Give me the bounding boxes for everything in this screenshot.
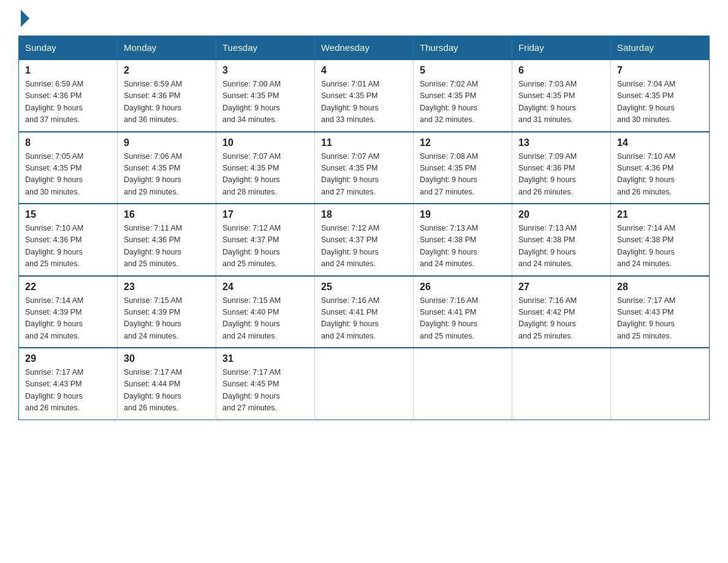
calendar-cell: 12 Sunrise: 7:08 AMSunset: 4:35 PMDaylig… bbox=[414, 132, 512, 204]
day-number: 6 bbox=[518, 65, 604, 76]
day-info: Sunrise: 7:17 AMSunset: 4:44 PMDaylight:… bbox=[124, 367, 210, 415]
day-info: Sunrise: 7:17 AMSunset: 4:43 PMDaylight:… bbox=[25, 367, 111, 415]
calendar-cell: 29 Sunrise: 7:17 AMSunset: 4:43 PMDaylig… bbox=[19, 348, 118, 419]
header-monday: Monday bbox=[118, 36, 216, 60]
calendar-cell: 16 Sunrise: 7:11 AMSunset: 4:36 PMDaylig… bbox=[118, 204, 216, 276]
day-number: 4 bbox=[321, 65, 407, 76]
calendar-week-row: 8 Sunrise: 7:05 AMSunset: 4:35 PMDayligh… bbox=[19, 132, 710, 204]
day-number: 7 bbox=[617, 65, 703, 76]
calendar-week-row: 1 Sunrise: 6:59 AMSunset: 4:36 PMDayligh… bbox=[19, 59, 710, 132]
day-info: Sunrise: 7:01 AMSunset: 4:35 PMDaylight:… bbox=[321, 79, 407, 126]
day-number: 27 bbox=[518, 282, 604, 293]
day-number: 20 bbox=[518, 209, 604, 220]
calendar-week-row: 29 Sunrise: 7:17 AMSunset: 4:43 PMDaylig… bbox=[19, 348, 710, 419]
calendar-header-row: Sunday Monday Tuesday Wednesday Thursday… bbox=[19, 36, 710, 60]
day-info: Sunrise: 7:16 AMSunset: 4:41 PMDaylight:… bbox=[420, 295, 506, 343]
day-info: Sunrise: 7:08 AMSunset: 4:35 PMDaylight:… bbox=[420, 151, 506, 199]
calendar-cell: 31 Sunrise: 7:17 AMSunset: 4:45 PMDaylig… bbox=[216, 348, 315, 419]
calendar-cell: 30 Sunrise: 7:17 AMSunset: 4:44 PMDaylig… bbox=[118, 348, 216, 419]
header-thursday: Thursday bbox=[414, 36, 512, 60]
calendar-cell: 3 Sunrise: 7:00 AMSunset: 4:35 PMDayligh… bbox=[216, 59, 315, 132]
day-info: Sunrise: 7:09 AMSunset: 4:36 PMDaylight:… bbox=[518, 151, 604, 199]
day-number: 1 bbox=[25, 65, 111, 76]
calendar-cell: 5 Sunrise: 7:02 AMSunset: 4:35 PMDayligh… bbox=[414, 59, 512, 132]
day-info: Sunrise: 7:13 AMSunset: 4:38 PMDaylight:… bbox=[518, 223, 604, 270]
calendar-cell: 15 Sunrise: 7:10 AMSunset: 4:36 PMDaylig… bbox=[19, 204, 118, 276]
day-number: 12 bbox=[420, 137, 506, 148]
calendar-table: Sunday Monday Tuesday Wednesday Thursday… bbox=[18, 36, 710, 420]
day-number: 17 bbox=[222, 209, 308, 220]
day-info: Sunrise: 7:10 AMSunset: 4:36 PMDaylight:… bbox=[25, 223, 111, 270]
day-info: Sunrise: 7:05 AMSunset: 4:35 PMDaylight:… bbox=[25, 151, 111, 199]
page-header bbox=[18, 12, 710, 25]
calendar-cell: 24 Sunrise: 7:15 AMSunset: 4:40 PMDaylig… bbox=[216, 276, 315, 348]
day-info: Sunrise: 7:14 AMSunset: 4:38 PMDaylight:… bbox=[617, 223, 703, 270]
day-number: 16 bbox=[124, 209, 210, 220]
header-wednesday: Wednesday bbox=[315, 36, 414, 60]
day-number: 21 bbox=[617, 209, 703, 220]
day-number: 28 bbox=[617, 282, 703, 293]
calendar-cell: 2 Sunrise: 6:59 AMSunset: 4:36 PMDayligh… bbox=[118, 59, 216, 132]
calendar-cell bbox=[512, 348, 611, 419]
calendar-cell: 25 Sunrise: 7:16 AMSunset: 4:41 PMDaylig… bbox=[315, 276, 414, 348]
calendar-cell: 26 Sunrise: 7:16 AMSunset: 4:41 PMDaylig… bbox=[414, 276, 512, 348]
calendar-week-row: 15 Sunrise: 7:10 AMSunset: 4:36 PMDaylig… bbox=[19, 204, 710, 276]
calendar-cell: 11 Sunrise: 7:07 AMSunset: 4:35 PMDaylig… bbox=[315, 132, 414, 204]
calendar-cell: 27 Sunrise: 7:16 AMSunset: 4:42 PMDaylig… bbox=[512, 276, 611, 348]
day-number: 9 bbox=[124, 137, 210, 148]
day-number: 13 bbox=[518, 137, 604, 148]
calendar-cell bbox=[611, 348, 710, 419]
calendar-cell: 20 Sunrise: 7:13 AMSunset: 4:38 PMDaylig… bbox=[512, 204, 611, 276]
day-number: 2 bbox=[124, 65, 210, 76]
day-info: Sunrise: 7:16 AMSunset: 4:41 PMDaylight:… bbox=[321, 295, 407, 343]
calendar-cell: 4 Sunrise: 7:01 AMSunset: 4:35 PMDayligh… bbox=[315, 59, 414, 132]
day-info: Sunrise: 6:59 AMSunset: 4:36 PMDaylight:… bbox=[124, 79, 210, 126]
calendar-cell: 9 Sunrise: 7:06 AMSunset: 4:35 PMDayligh… bbox=[118, 132, 216, 204]
calendar-cell bbox=[315, 348, 414, 419]
day-number: 15 bbox=[25, 209, 111, 220]
day-number: 23 bbox=[124, 282, 210, 293]
logo-arrow-icon bbox=[21, 10, 29, 27]
day-info: Sunrise: 7:13 AMSunset: 4:38 PMDaylight:… bbox=[420, 223, 506, 270]
calendar-cell: 14 Sunrise: 7:10 AMSunset: 4:36 PMDaylig… bbox=[611, 132, 710, 204]
day-info: Sunrise: 7:17 AMSunset: 4:43 PMDaylight:… bbox=[617, 295, 703, 343]
calendar-cell: 13 Sunrise: 7:09 AMSunset: 4:36 PMDaylig… bbox=[512, 132, 611, 204]
day-info: Sunrise: 7:16 AMSunset: 4:42 PMDaylight:… bbox=[518, 295, 604, 343]
day-info: Sunrise: 7:04 AMSunset: 4:35 PMDaylight:… bbox=[617, 79, 703, 126]
day-info: Sunrise: 7:14 AMSunset: 4:39 PMDaylight:… bbox=[25, 295, 111, 343]
day-number: 11 bbox=[321, 137, 407, 148]
day-info: Sunrise: 7:07 AMSunset: 4:35 PMDaylight:… bbox=[222, 151, 308, 199]
day-info: Sunrise: 7:10 AMSunset: 4:36 PMDaylight:… bbox=[617, 151, 703, 199]
header-friday: Friday bbox=[512, 36, 611, 60]
day-info: Sunrise: 7:07 AMSunset: 4:35 PMDaylight:… bbox=[321, 151, 407, 199]
day-info: Sunrise: 6:59 AMSunset: 4:36 PMDaylight:… bbox=[25, 79, 111, 126]
day-number: 5 bbox=[420, 65, 506, 76]
day-number: 10 bbox=[222, 137, 308, 148]
calendar-cell: 7 Sunrise: 7:04 AMSunset: 4:35 PMDayligh… bbox=[611, 59, 710, 132]
day-info: Sunrise: 7:12 AMSunset: 4:37 PMDaylight:… bbox=[222, 223, 308, 270]
calendar-cell: 23 Sunrise: 7:15 AMSunset: 4:39 PMDaylig… bbox=[118, 276, 216, 348]
calendar-cell: 21 Sunrise: 7:14 AMSunset: 4:38 PMDaylig… bbox=[611, 204, 710, 276]
calendar-cell: 19 Sunrise: 7:13 AMSunset: 4:38 PMDaylig… bbox=[414, 204, 512, 276]
day-info: Sunrise: 7:15 AMSunset: 4:40 PMDaylight:… bbox=[222, 295, 308, 343]
calendar-cell: 8 Sunrise: 7:05 AMSunset: 4:35 PMDayligh… bbox=[19, 132, 118, 204]
calendar-cell: 10 Sunrise: 7:07 AMSunset: 4:35 PMDaylig… bbox=[216, 132, 315, 204]
day-info: Sunrise: 7:11 AMSunset: 4:36 PMDaylight:… bbox=[124, 223, 210, 270]
calendar-cell: 28 Sunrise: 7:17 AMSunset: 4:43 PMDaylig… bbox=[611, 276, 710, 348]
header-sunday: Sunday bbox=[19, 36, 118, 60]
day-info: Sunrise: 7:06 AMSunset: 4:35 PMDaylight:… bbox=[124, 151, 210, 199]
header-saturday: Saturday bbox=[611, 36, 710, 60]
day-info: Sunrise: 7:17 AMSunset: 4:45 PMDaylight:… bbox=[222, 367, 308, 415]
day-number: 26 bbox=[420, 282, 506, 293]
day-info: Sunrise: 7:02 AMSunset: 4:35 PMDaylight:… bbox=[420, 79, 506, 126]
day-number: 29 bbox=[25, 353, 111, 364]
day-info: Sunrise: 7:15 AMSunset: 4:39 PMDaylight:… bbox=[124, 295, 210, 343]
day-number: 14 bbox=[617, 137, 703, 148]
calendar-cell: 1 Sunrise: 6:59 AMSunset: 4:36 PMDayligh… bbox=[19, 59, 118, 132]
day-number: 31 bbox=[222, 353, 308, 364]
day-number: 3 bbox=[222, 65, 308, 76]
calendar-cell: 6 Sunrise: 7:03 AMSunset: 4:35 PMDayligh… bbox=[512, 59, 611, 132]
calendar-cell bbox=[414, 348, 512, 419]
day-number: 19 bbox=[420, 209, 506, 220]
header-tuesday: Tuesday bbox=[216, 36, 315, 60]
